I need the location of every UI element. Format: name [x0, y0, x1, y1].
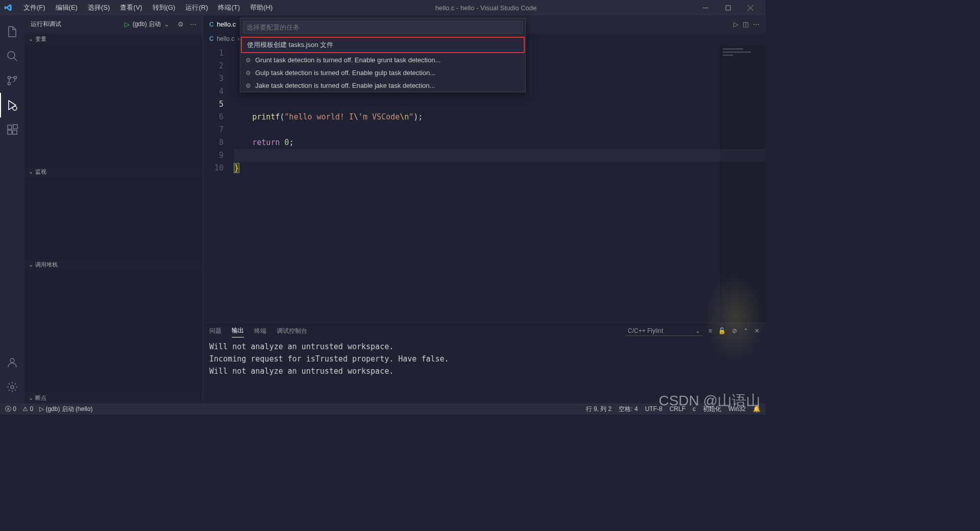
tab-hello-c[interactable]: C hello.c: [203, 15, 242, 33]
debug-config-dropdown[interactable]: (gdb) 启动: [133, 20, 161, 29]
dropdown-label: C/C++ Flylint: [628, 327, 663, 334]
variables-section-header[interactable]: ⌄变量: [24, 33, 203, 44]
chevron-right-icon: ›: [237, 35, 239, 42]
section-label: 变量: [35, 35, 46, 43]
quickpick: 使用模板创建 tasks.json 文件 ⚙ Grunt task detect…: [240, 18, 526, 92]
svg-rect-1: [726, 6, 730, 10]
watch-section-header[interactable]: ⌄监视: [24, 166, 203, 178]
gear-icon: ⚙: [246, 82, 251, 89]
code-token: \': [354, 112, 363, 122]
decorative-character: [704, 272, 766, 364]
svg-rect-8: [8, 130, 12, 134]
search-icon[interactable]: [0, 44, 24, 68]
source-control-icon[interactable]: [0, 68, 24, 93]
explorer-icon[interactable]: [0, 19, 24, 44]
svg-rect-0: [703, 8, 708, 8]
window-controls: [694, 0, 762, 15]
panel-tab-debug-console[interactable]: 调试控制台: [277, 325, 307, 337]
section-label: 监视: [35, 168, 46, 176]
menu-file[interactable]: 文件(F): [18, 1, 51, 14]
panel-tab-output[interactable]: 输出: [232, 324, 244, 337]
panel-tab-problems[interactable]: 问题: [209, 325, 222, 337]
code-token: ": [409, 112, 413, 122]
callstack-section-header[interactable]: ⌄调用堆栈: [24, 259, 203, 271]
titlebar: 文件(F) 编辑(E) 选择(S) 查看(V) 转到(G) 运行(R) 终端(T…: [0, 0, 766, 15]
minimize-button[interactable]: [694, 0, 717, 15]
variables-section-body: [24, 44, 203, 166]
status-lncol[interactable]: 行 9, 列 2: [586, 405, 612, 414]
watch-section-body: [24, 178, 203, 259]
callstack-section-body: [24, 271, 203, 393]
status-errors[interactable]: ⓧ 0: [5, 405, 16, 414]
debug-toolbar: 运行和调试 ▷ (gdb) 启动 ⌄ ⚙ ⋯: [24, 15, 203, 33]
menu-selection[interactable]: 选择(S): [83, 1, 115, 14]
output-line: Incoming request for isTrusted property.…: [209, 354, 449, 364]
quickpick-item-create-tasks[interactable]: 使用模板创建 tasks.json 文件: [241, 37, 525, 53]
code-token: return: [252, 138, 280, 147]
run-debug-icon[interactable]: [0, 93, 24, 117]
output-channel-dropdown[interactable]: C/C++ Flylint ⌄: [626, 326, 702, 336]
breadcrumb-file: hello.c: [217, 35, 235, 42]
start-debug-icon[interactable]: ▷: [125, 20, 130, 28]
more-icon[interactable]: ⋯: [753, 20, 760, 28]
svg-point-2: [8, 52, 15, 59]
menu-view[interactable]: 查看(V): [115, 1, 147, 14]
gutter: 12345678910: [203, 44, 234, 323]
maximize-button[interactable]: [717, 0, 739, 15]
settings-gear-icon[interactable]: [0, 375, 24, 399]
status-bar: ⓧ 0 ⚠ 0 ▷ (gdb) 启动 (hello) 行 9, 列 2 空格: …: [0, 403, 766, 415]
quickpick-item-label: Gulp task detection is turned off. Enabl…: [255, 69, 435, 77]
menu-go[interactable]: 转到(G): [148, 1, 181, 14]
c-file-icon: C: [209, 35, 214, 42]
breakpoints-section-header[interactable]: ⌄断点: [24, 392, 203, 403]
status-debug-target[interactable]: ▷ (gdb) 启动 (hello): [39, 405, 92, 414]
account-icon[interactable]: [0, 350, 24, 375]
svg-rect-9: [13, 130, 17, 134]
gear-icon: ⚙: [246, 69, 251, 77]
code-token: "hello world! I: [284, 112, 353, 122]
svg-point-6: [13, 106, 17, 110]
debug-gear-icon[interactable]: ⚙: [178, 20, 184, 28]
run-icon[interactable]: ▷: [733, 20, 739, 28]
quickpick-item-label: Grunt task detection is turned off. Enab…: [255, 56, 440, 64]
code-token: printf: [252, 112, 280, 122]
panel-tabs: 问题 输出 终端 调试控制台 C/C++ Flylint ⌄ ≡ 🔓 ⊘ ⌃ ✕: [203, 323, 766, 339]
chevron-down-icon: ⌄: [695, 327, 700, 334]
code-token: m VSCode: [363, 112, 400, 122]
section-label: 断点: [35, 394, 46, 402]
svg-point-5: [8, 83, 11, 85]
status-spaces[interactable]: 空格: 4: [619, 405, 638, 414]
extensions-icon[interactable]: [0, 117, 24, 142]
tab-actions: ▷ ◫ ⋯: [733, 20, 766, 28]
chevron-down-icon: ⌄: [29, 395, 33, 401]
debug-more-icon[interactable]: ⋯: [190, 20, 197, 28]
code-token: \n: [400, 112, 409, 122]
quickpick-item-label: Jake task detection is turned off. Enabl…: [255, 82, 435, 89]
svg-point-3: [8, 77, 11, 79]
quickpick-item-jake[interactable]: ⚙ Jake task detection is turned off. Ena…: [240, 79, 525, 92]
panel-tab-terminal[interactable]: 终端: [254, 325, 266, 337]
svg-rect-7: [8, 125, 12, 129]
status-warnings[interactable]: ⚠ 0: [22, 405, 33, 413]
c-file-icon: C: [209, 21, 214, 28]
debug-sidebar: 运行和调试 ▷ (gdb) 启动 ⌄ ⚙ ⋯ ⌄变量 ⌄监视 ⌄调用堆栈 ⌄断点: [24, 15, 203, 403]
menu-edit[interactable]: 编辑(E): [51, 1, 83, 14]
svg-point-12: [11, 385, 14, 389]
gear-icon: ⚙: [246, 57, 251, 64]
chevron-down-icon[interactable]: ⌄: [164, 20, 169, 28]
debug-title: 运行和调试: [31, 20, 61, 29]
svg-point-11: [10, 358, 14, 363]
menu-bar: 文件(F) 编辑(E) 选择(S) 查看(V) 转到(G) 运行(R) 终端(T…: [18, 1, 278, 14]
menu-help[interactable]: 帮助(H): [245, 1, 278, 14]
chevron-down-icon: ⌄: [29, 36, 33, 42]
quickpick-item-gulp[interactable]: ⚙ Gulp task detection is turned off. Ena…: [240, 66, 525, 79]
split-icon[interactable]: ◫: [743, 20, 749, 28]
close-button[interactable]: [739, 0, 762, 15]
quickpick-input[interactable]: [243, 21, 523, 34]
window-title: hello.c - hello - Visual Studio Code: [278, 4, 694, 12]
menu-run[interactable]: 运行(R): [180, 1, 213, 14]
output-line: Will not analyze an untrusted workspace.: [209, 342, 394, 351]
menu-terminal[interactable]: 终端(T): [213, 1, 245, 14]
vscode-logo-icon: [4, 4, 12, 12]
quickpick-item-grunt[interactable]: ⚙ Grunt task detection is turned off. En…: [240, 54, 525, 66]
